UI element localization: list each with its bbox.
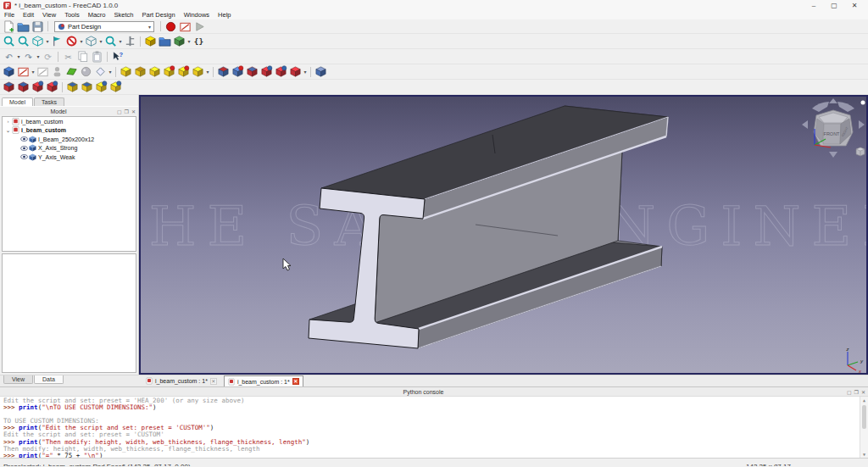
- create-body-icon[interactable]: [2, 65, 16, 79]
- model-dock-float-icon[interactable]: ❐: [125, 108, 129, 114]
- create-group-icon[interactable]: [158, 35, 172, 48]
- clone-dropdown[interactable]: ▾: [108, 69, 113, 75]
- menu-file[interactable]: File: [0, 11, 19, 19]
- mdi-tab-2[interactable]: i_beam_custom : 1*✕: [224, 375, 303, 386]
- menu-tools[interactable]: Tools: [60, 11, 84, 19]
- nav-dot[interactable]: [861, 101, 865, 105]
- 3d-viewport[interactable]: THE SAVVY ENGINEER: [139, 95, 868, 375]
- console-dock-restore-icon[interactable]: ▢: [847, 389, 852, 395]
- nav-arrow-up[interactable]: [829, 98, 837, 103]
- additive-loft-icon[interactable]: [147, 65, 162, 79]
- play-macro-icon[interactable]: [192, 19, 207, 33]
- subtractive-primitive-icon[interactable]: [288, 65, 303, 79]
- tab-data[interactable]: Data: [34, 375, 64, 384]
- workbench-selector[interactable]: Part Design▾: [54, 21, 154, 32]
- create-part-icon[interactable]: [143, 35, 158, 48]
- tab-model[interactable]: Model: [2, 97, 33, 106]
- fit-all-icon[interactable]: [2, 35, 16, 48]
- groove-icon[interactable]: [245, 65, 259, 79]
- menu-help[interactable]: Help: [214, 11, 235, 19]
- subtractive-primitive-dropdown[interactable]: ▾: [303, 69, 308, 75]
- revolution-icon[interactable]: [133, 65, 147, 79]
- property-editor[interactable]: [2, 253, 136, 373]
- axonometric-view-icon[interactable]: [31, 35, 45, 48]
- nav-cube-body[interactable]: FRONT RIGHT: [814, 110, 853, 146]
- hole-icon[interactable]: [231, 65, 245, 79]
- menu-part-design[interactable]: Part Design: [137, 11, 179, 19]
- console-dock-float-icon[interactable]: ❐: [854, 389, 859, 395]
- make-link-icon[interactable]: [172, 35, 186, 48]
- nav-arrow-right[interactable]: [859, 120, 865, 129]
- paste-icon[interactable]: [90, 50, 104, 64]
- save-icon[interactable]: [31, 19, 45, 33]
- tab-tasks[interactable]: Tasks: [34, 97, 64, 106]
- menu-macro[interactable]: Macro: [84, 11, 110, 19]
- navigation-cube[interactable]: FRONT RIGHT: [793, 97, 868, 164]
- copy-icon[interactable]: [75, 50, 90, 64]
- model-dock-restore-icon[interactable]: ▢: [117, 108, 122, 114]
- tree-item-i_beam_custom[interactable]: ›i_beam_custom: [3, 117, 136, 126]
- nav-front-label[interactable]: FRONT: [824, 131, 841, 136]
- draft-icon[interactable]: [31, 81, 45, 94]
- shape-binder-icon[interactable]: [79, 65, 93, 79]
- subtractive-helix-icon[interactable]: [274, 65, 288, 79]
- clone-icon[interactable]: [93, 65, 108, 79]
- refresh-icon[interactable]: ⟳: [41, 50, 55, 64]
- record-macro-icon[interactable]: [164, 19, 178, 33]
- additive-helix-icon[interactable]: [176, 65, 191, 79]
- open-document-icon[interactable]: [16, 19, 31, 33]
- tree-item-i_beam_custom[interactable]: ⌄i_beam_custom: [3, 126, 136, 136]
- tree-item-i_beam_250x200x12[interactable]: I_Beam_250x200x12: [3, 135, 136, 144]
- boolean-operation-icon[interactable]: [314, 65, 328, 79]
- console-dock-close-icon[interactable]: ✕: [861, 389, 865, 395]
- menu-edit[interactable]: Edit: [19, 11, 38, 19]
- draw-style-icon[interactable]: [64, 35, 79, 48]
- map-sketch-icon[interactable]: [50, 65, 64, 79]
- maximize-button[interactable]: ▢: [824, 0, 844, 11]
- tree-item-y_axis_weak[interactable]: Y_Axis_Weak: [3, 153, 136, 162]
- zoom-icon[interactable]: [103, 35, 118, 48]
- minimize-button[interactable]: –: [804, 0, 824, 11]
- menu-windows[interactable]: Windows: [180, 11, 214, 19]
- undo-icon[interactable]: ↶: [2, 50, 16, 64]
- redo-icon[interactable]: ↷: [21, 50, 36, 64]
- tab-view[interactable]: View: [3, 375, 33, 384]
- thickness-icon[interactable]: [45, 81, 59, 94]
- nav-rotate-left-arrow[interactable]: [812, 102, 829, 112]
- mdi-tab-close-icon[interactable]: ✕: [292, 378, 299, 385]
- console-scrollbar[interactable]: ▲▼: [860, 397, 868, 458]
- create-datum-icon[interactable]: [64, 65, 79, 79]
- tree-expander[interactable]: ⌄: [4, 127, 12, 133]
- create-sketch-icon[interactable]: [16, 65, 31, 79]
- tree-expander[interactable]: ›: [4, 119, 12, 124]
- close-button[interactable]: ✕: [844, 0, 865, 11]
- cut-icon[interactable]: ✂: [61, 50, 75, 64]
- mirrored-icon[interactable]: [65, 81, 80, 94]
- measure-icon[interactable]: [123, 35, 137, 48]
- chamfer-icon[interactable]: [16, 81, 31, 94]
- multitransform-icon[interactable]: [108, 81, 123, 94]
- new-document-icon[interactable]: [2, 19, 16, 33]
- pocket-icon[interactable]: [216, 65, 231, 79]
- linear-pattern-icon[interactable]: [80, 81, 94, 94]
- additive-pipe-icon[interactable]: [162, 65, 176, 79]
- align-view-icon[interactable]: [50, 35, 64, 48]
- edit-sketch-icon[interactable]: [36, 65, 50, 79]
- mdi-tab-1[interactable]: i_beam_custom : 1*✕: [142, 375, 220, 386]
- menu-sketch[interactable]: Sketch: [110, 11, 138, 19]
- fillet-icon[interactable]: [2, 81, 16, 94]
- subtractive-pipe-icon[interactable]: [259, 65, 274, 79]
- nav-mini-cube[interactable]: [856, 147, 865, 156]
- model-dock-close-icon[interactable]: ✕: [131, 108, 136, 114]
- whats-this-icon[interactable]: ?: [110, 50, 125, 64]
- tree-item-x_axis_strong[interactable]: X_Axis_Strong: [3, 144, 136, 153]
- polar-pattern-icon[interactable]: [94, 81, 108, 94]
- view-cube-icon[interactable]: [84, 35, 98, 48]
- nav-arrow-left[interactable]: [802, 120, 808, 129]
- additive-primitive-icon[interactable]: [191, 65, 205, 79]
- additive-primitive-dropdown[interactable]: ▾: [205, 69, 210, 75]
- nav-rotate-right-arrow[interactable]: [837, 102, 854, 112]
- menu-view[interactable]: View: [38, 11, 60, 19]
- i-beam-model[interactable]: [141, 97, 868, 373]
- fit-selection-icon[interactable]: [16, 35, 31, 48]
